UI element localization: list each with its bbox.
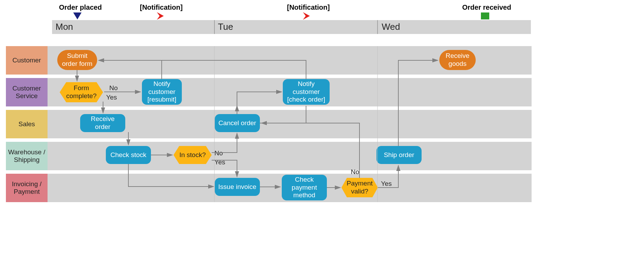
triangle-down-icon (73, 12, 82, 19)
lane-customer-header: Customer (6, 46, 48, 75)
node-check-stock: Check stock (106, 146, 151, 164)
node-check-payment-method: Check payment method (282, 175, 327, 200)
label-form-yes: Yes (106, 94, 117, 101)
timeline-tue: Tue (218, 21, 233, 32)
node-submit-order-form: Submit order form (57, 50, 97, 70)
label-form-no: No (109, 84, 118, 92)
node-issue-invoice: Issue invoice (215, 178, 260, 196)
timeline-bar (52, 20, 531, 34)
node-notify-resubmit: Notify customer [resubmit] (142, 79, 182, 105)
node-notify-check-order: Notify customer [check order] (283, 79, 330, 105)
label-stock-no: No (214, 149, 223, 157)
lane-sales-header: Sales (6, 110, 48, 138)
label-stock-yes: Yes (214, 158, 225, 166)
timeline-wed: Wed (382, 21, 400, 32)
node-ship-order: Ship order (376, 146, 422, 164)
label-payment-no: No (351, 168, 359, 176)
square-icon (481, 12, 489, 19)
lane-invoicing-header: Invoicing / Payment (6, 174, 48, 202)
lane-warehouse-header: Warehouse / Shipping (6, 142, 48, 170)
milestone-notification-1: [Notification] (140, 3, 183, 11)
milestone-order-placed: Order placed (59, 3, 102, 11)
milestone-order-received: Order received (462, 3, 511, 11)
lane-customer-service-header: Customer Service (6, 78, 48, 106)
timeline-mon: Mon (56, 21, 73, 32)
node-in-stock: In stock? (173, 146, 212, 164)
label-payment-yes: Yes (381, 180, 392, 188)
node-form-complete: Form complete? (60, 82, 103, 102)
node-receive-order: Receive order (80, 114, 125, 132)
milestone-notification-2: [Notification] (287, 3, 330, 11)
node-receive-goods: Receive goods (439, 50, 476, 70)
node-cancel-order: Cancel order (215, 114, 260, 132)
swimlane-diagram: Order placed [Notification] [Notificatio… (0, 0, 644, 259)
node-payment-valid: Payment valid? (341, 178, 378, 197)
